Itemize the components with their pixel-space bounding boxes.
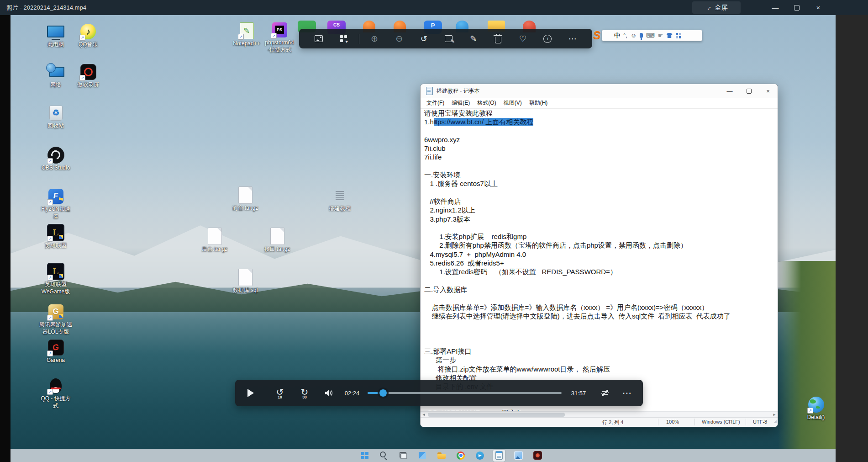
icon-qq[interactable]: ↗QQ - 快捷方式: [36, 377, 76, 409]
zoom-in-icon[interactable]: ⊕: [365, 31, 384, 47]
icon-dajian-jiaocheng[interactable]: 搭建教程: [320, 187, 360, 212]
icon-qq-music[interactable]: ♪↗QQ音乐: [68, 23, 108, 48]
shortcut-arrow-icon: ↗: [79, 35, 85, 41]
player-bar: ↺10 ↻30 02:24 31:57 ⋯: [235, 380, 643, 406]
minimize-button[interactable]: —: [765, 0, 786, 15]
edit-image-icon[interactable]: [439, 31, 458, 47]
selected-text: ttps://www.bt.cn/ 上面有相关教程: [434, 118, 533, 126]
taskbar-chrome[interactable]: [455, 450, 467, 462]
taskbar-start[interactable]: [359, 450, 371, 462]
taskbar-search[interactable]: [378, 450, 390, 462]
mic-icon[interactable]: [640, 33, 643, 38]
icon-recycle-bin[interactable]: ♻回收站: [36, 104, 76, 129]
scroll-thumb[interactable]: [428, 413, 565, 417]
notepad-maximize-button[interactable]: [739, 84, 758, 98]
seek-slider[interactable]: [368, 392, 562, 394]
repeat-off-button[interactable]: [596, 380, 614, 406]
taskbar-widgets[interactable]: [416, 450, 428, 462]
taskbar-widgets-icon: [417, 451, 427, 461]
collection-icon[interactable]: [334, 31, 353, 47]
skin-icon[interactable]: [667, 33, 673, 38]
ime-toolbar: S 中 °, ☺ ⌨ ☛: [602, 30, 702, 41]
rotate-icon[interactable]: ↺: [414, 31, 433, 47]
shortcut-arrow-icon: ↗: [47, 350, 53, 356]
icon-label: -快捷方式: [259, 47, 300, 53]
icon-dajian-jiaocheng-art: [331, 187, 349, 204]
delete-icon[interactable]: [489, 31, 508, 47]
taskbar: ∧ ☁ 中 S 21:45 2022/2/14 ☾: [11, 449, 836, 462]
notepad-menubar: 文件(F)编辑(E)格式(O)视图(V)帮助(H): [421, 98, 778, 109]
restore-button[interactable]: [786, 0, 807, 15]
skip-forward-30-button[interactable]: ↻30: [296, 380, 313, 406]
menu-item[interactable]: 帮助(H): [528, 98, 549, 108]
handwriting-icon[interactable]: ☛: [658, 32, 663, 38]
notepad-line: [421, 276, 778, 285]
close-button[interactable]: ×: [808, 0, 829, 15]
ime-mode-toggle[interactable]: 中: [614, 32, 620, 38]
letterbox-right: [836, 15, 868, 462]
taskbar-telegram[interactable]: [474, 450, 486, 462]
play-button[interactable]: [242, 380, 260, 406]
notepad-titlebar[interactable]: 搭建教程 - 记事本 — ×: [421, 84, 778, 98]
emoji-icon[interactable]: ☺: [631, 32, 637, 38]
menu-item[interactable]: 文件(F): [425, 98, 446, 108]
icon-phpstorm[interactable]: PS↗phpstorm64-快捷方式: [259, 21, 300, 53]
icon-apowersoft-recorder[interactable]: ↗傲软录屏: [68, 63, 108, 88]
zoom-out-icon[interactable]: ⊖: [389, 31, 409, 47]
notepad-line: 将接口.zip文件放在菜单的www/wwwroot目录， 然后解压: [421, 365, 778, 373]
icon-detail[interactable]: ↗Detail(): [796, 396, 836, 420]
taskbar-task-view[interactable]: [397, 450, 409, 462]
more-icon[interactable]: ⋯: [563, 31, 582, 47]
encoding: UTF-8: [753, 419, 767, 425]
zoom-level[interactable]: 100%: [666, 419, 679, 425]
icon-label: 前台.tar.gz: [225, 205, 265, 211]
scroll-right-icon[interactable]: ►: [773, 413, 776, 417]
icon-houtai-targz[interactable]: 后台.tar.gz: [195, 228, 235, 252]
fullscreen-button[interactable]: ↔ 全屏: [692, 1, 741, 14]
icon-tencent-booster[interactable]: G↗腾讯网游加速器LOL专版: [36, 303, 76, 335]
icon-jiekou-targz[interactable]: 接口.tar.gz: [257, 228, 297, 252]
notepad-text-area[interactable]: 请使用宝塔安装此教程1.https://www.bt.cn/ 上面有相关教程 6…: [421, 109, 778, 412]
icon-lol-wegame[interactable]: L↗英雄联盟WeGame版: [36, 263, 76, 295]
notepad-hscrollbar[interactable]: ◄ ►: [421, 411, 778, 418]
icon-shujuku-sql[interactable]: 数据库.sql: [225, 269, 265, 293]
menu-item[interactable]: 视图(V): [502, 98, 523, 108]
menu-item[interactable]: 编辑(E): [450, 98, 471, 108]
taskbar-explorer[interactable]: [436, 450, 447, 462]
icon-jiekou-targz-art: [268, 228, 286, 245]
taskbar-photos[interactable]: [512, 450, 524, 462]
resize-grip[interactable]: ◢: [773, 419, 777, 426]
shortcut-arrow-icon: ↗: [47, 389, 53, 395]
shortcut-arrow-icon: ↗: [47, 158, 53, 164]
icon-obs-studio[interactable]: ↗OBS Studio: [36, 146, 76, 171]
player-more-button[interactable]: ⋯: [618, 380, 636, 406]
image-icon[interactable]: [309, 31, 328, 47]
toolbox-icon[interactable]: [676, 33, 681, 38]
icon-lol[interactable]: L↗英雄联盟: [36, 224, 76, 249]
favorite-icon[interactable]: ♡: [513, 31, 532, 47]
icon-fly2cn[interactable]: F↗Fly2CN加速器: [36, 187, 76, 219]
scroll-left-icon[interactable]: ◄: [422, 413, 426, 417]
menu-item[interactable]: 格式(O): [476, 98, 497, 108]
taskbar-telegram-icon: [475, 451, 485, 461]
icon-garena[interactable]: G↗Garena: [36, 339, 76, 363]
seek-thumb[interactable]: [379, 389, 387, 397]
icon-label: 英雄联盟: [36, 281, 76, 287]
icon-shujuku-sql-art: [236, 269, 254, 286]
icon-qq-music-art: ♪↗: [79, 23, 97, 40]
draw-icon[interactable]: ✎: [464, 31, 483, 47]
taskbar-search-icon: [379, 451, 389, 461]
volume-button[interactable]: [321, 380, 337, 406]
icon-label: 搭建教程: [320, 205, 360, 212]
notepad-close-button[interactable]: ×: [758, 84, 778, 98]
icon-qiantai-targz[interactable]: 前台.tar.gz: [225, 186, 265, 211]
taskbar-recorder[interactable]: [531, 450, 543, 462]
icon-tencent-booster-art: G↗: [47, 303, 65, 320]
keyboard-icon[interactable]: ⌨: [646, 32, 655, 38]
skip-back-10-button[interactable]: ↺10: [272, 380, 288, 406]
punctuation-icon[interactable]: °,: [623, 32, 627, 38]
notepad-minimize-button[interactable]: —: [720, 84, 739, 98]
taskbar-notepad[interactable]: [493, 450, 505, 462]
sogou-logo-icon[interactable]: S: [593, 29, 600, 42]
info-icon[interactable]: [538, 31, 557, 47]
